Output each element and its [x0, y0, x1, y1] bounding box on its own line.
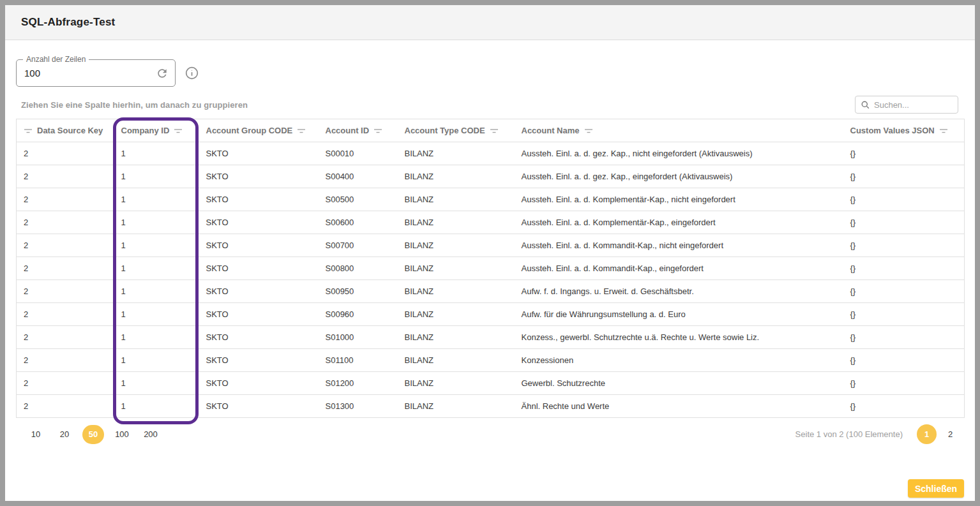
cell-account-type-code: BILANZ [398, 395, 515, 418]
table-row[interactable]: 21SKTOS00700BILANZAussteh. Einl. a. d. K… [17, 234, 965, 257]
table-row[interactable]: 21SKTOS00400BILANZAussteh. Einl. a. d. g… [17, 165, 965, 188]
column-header-account-name[interactable]: Account Name [515, 119, 843, 142]
refresh-icon[interactable] [156, 67, 169, 80]
cell-account-type-code: BILANZ [398, 211, 515, 234]
search-input[interactable] [874, 100, 953, 110]
cell-company-id: 1 [114, 349, 199, 372]
cell-company-id: 1 [114, 326, 199, 349]
table-row[interactable]: 21SKTOS01300BILANZÄhnl. Rechte und Werte… [17, 395, 965, 418]
cell-custom-values-json: {} [843, 372, 965, 395]
cell-account-type-code: BILANZ [398, 257, 515, 280]
cell-data-source-key: 2 [17, 280, 114, 303]
cell-custom-values-json: {} [843, 257, 965, 280]
cell-account-type-code: BILANZ [398, 349, 515, 372]
info-icon[interactable] [185, 66, 199, 80]
pager-navigation: Seite 1 von 2 (100 Elemente) 12 [795, 424, 960, 444]
column-header-account-id[interactable]: Account ID [319, 119, 398, 142]
cell-company-id: 1 [114, 142, 199, 165]
column-header-label: Account Type CODE [405, 126, 485, 136]
cell-account-type-code: BILANZ [398, 165, 515, 188]
cell-account-id: S00700 [319, 234, 398, 257]
grid-body: 21SKTOS00010BILANZAussteh. Einl. a. d. g… [17, 142, 965, 418]
cell-account-id: S00500 [319, 188, 398, 211]
filter-icon[interactable] [939, 126, 948, 136]
column-header-data-source-key[interactable]: Data Source Key [17, 119, 114, 142]
cell-data-source-key: 2 [17, 395, 114, 418]
column-header-company-id[interactable]: Company ID [114, 119, 199, 142]
cell-account-id: S00960 [319, 303, 398, 326]
column-header-custom-values-json[interactable]: Custom Values JSON [843, 119, 965, 142]
page-size-50[interactable]: 50 [82, 425, 104, 444]
data-grid: Data Source KeyCompany IDAccount Group C… [16, 119, 964, 418]
row-count-field: Anzahl der Zeilen [16, 59, 176, 87]
table-row[interactable]: 21SKTOS00600BILANZAussteh. Einl. a. d. K… [17, 211, 965, 234]
cell-company-id: 1 [114, 303, 199, 326]
cell-account-name: Aussteh. Einl. a. d. gez. Kap., eingefor… [515, 165, 843, 188]
filter-icon[interactable] [490, 126, 499, 136]
cell-account-name: Aussteh. Einl. a. d. Kommandit-Kap., ein… [515, 257, 843, 280]
cell-account-name: Ähnl. Rechte und Werte [515, 395, 843, 418]
row-count-input[interactable] [24, 68, 156, 78]
page-size-100[interactable]: 100 [111, 425, 133, 444]
column-header-account-group-code[interactable]: Account Group CODE [199, 119, 319, 142]
table-row[interactable]: 21SKTOS00950BILANZAufw. f. d. Ingangs. u… [17, 280, 965, 303]
column-header-label: Company ID [121, 126, 170, 136]
cell-account-id: S01200 [319, 372, 398, 395]
cell-account-type-code: BILANZ [398, 280, 515, 303]
cell-account-group-code: SKTO [199, 372, 319, 395]
table-row[interactable]: 21SKTOS01200BILANZGewerbl. Schutzrechte{… [17, 372, 965, 395]
filter-icon[interactable] [584, 126, 593, 136]
filter-icon[interactable] [174, 126, 183, 136]
table-row[interactable]: 21SKTOS01000BILANZKonzess., gewerbl. Sch… [17, 326, 965, 349]
page-title: SQL-Abfrage-Test [21, 16, 115, 29]
cell-account-name: Konzessionen [515, 349, 843, 372]
page-1[interactable]: 1 [917, 424, 937, 444]
cell-account-id: S00950 [319, 280, 398, 303]
cell-data-source-key: 2 [17, 211, 114, 234]
table-row[interactable]: 21SKTOS00960BILANZAufw. für die Währungs… [17, 303, 965, 326]
cell-account-group-code: SKTO [199, 257, 319, 280]
cell-account-id: S00010 [319, 142, 398, 165]
cell-data-source-key: 2 [17, 326, 114, 349]
page-2[interactable]: 2 [940, 424, 960, 444]
column-header-label: Account Group CODE [206, 126, 293, 136]
cell-account-type-code: BILANZ [398, 303, 515, 326]
row-count-section: Anzahl der Zeilen [16, 59, 964, 87]
cell-account-type-code: BILANZ [398, 372, 515, 395]
cell-custom-values-json: {} [843, 165, 965, 188]
page-size-200[interactable]: 200 [140, 425, 162, 444]
cell-account-name: Aufw. für die Währungsumstellung a. d. E… [515, 303, 843, 326]
grid-pager: 102050100200 Seite 1 von 2 (100 Elemente… [16, 424, 964, 444]
cell-data-source-key: 2 [17, 142, 114, 165]
column-header-account-type-code[interactable]: Account Type CODE [398, 119, 515, 142]
cell-data-source-key: 2 [17, 165, 114, 188]
cell-account-id: S01100 [319, 349, 398, 372]
row-count-label: Anzahl der Zeilen [23, 55, 89, 64]
filter-icon[interactable] [24, 126, 33, 136]
cell-account-group-code: SKTO [199, 211, 319, 234]
cell-custom-values-json: {} [843, 211, 965, 234]
search-icon [861, 100, 870, 110]
cell-account-type-code: BILANZ [398, 142, 515, 165]
cell-account-name: Aussteh. Einl. a. d. gez. Kap., nicht ei… [515, 142, 843, 165]
cell-account-id: S00600 [319, 211, 398, 234]
cell-company-id: 1 [114, 257, 199, 280]
table-row[interactable]: 21SKTOS00010BILANZAussteh. Einl. a. d. g… [17, 142, 965, 165]
cell-account-id: S00800 [319, 257, 398, 280]
cell-account-group-code: SKTO [199, 303, 319, 326]
cell-account-id: S01000 [319, 326, 398, 349]
filter-icon[interactable] [297, 126, 306, 136]
cell-account-group-code: SKTO [199, 326, 319, 349]
cell-custom-values-json: {} [843, 303, 965, 326]
table-row[interactable]: 21SKTOS01100BILANZKonzessionen{} [17, 349, 965, 372]
cell-custom-values-json: {} [843, 326, 965, 349]
cell-account-group-code: SKTO [199, 142, 319, 165]
page-size-10[interactable]: 10 [25, 425, 47, 444]
cell-data-source-key: 2 [17, 188, 114, 211]
close-button[interactable]: Schließen [908, 479, 964, 498]
table-row[interactable]: 21SKTOS00500BILANZAussteh. Einl. a. d. K… [17, 188, 965, 211]
page-size-20[interactable]: 20 [54, 425, 75, 444]
column-header-label: Account Name [522, 126, 580, 136]
filter-icon[interactable] [373, 126, 382, 136]
table-row[interactable]: 21SKTOS00800BILANZAussteh. Einl. a. d. K… [17, 257, 965, 280]
